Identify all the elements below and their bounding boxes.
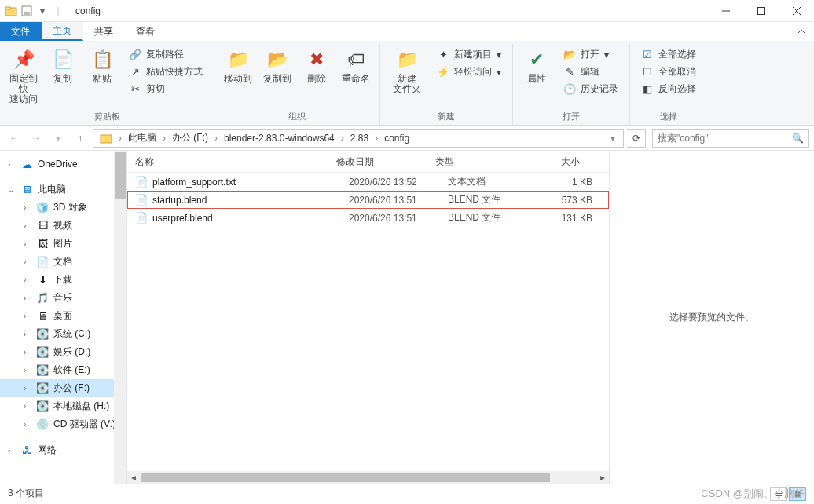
sidebar-item[interactable]: ›💽系统 (C:) <box>0 325 126 343</box>
open-button[interactable]: 📂打开 ▾ <box>560 47 622 62</box>
search-box[interactable]: 🔍 <box>652 129 809 148</box>
scrollbar-thumb[interactable] <box>141 473 550 482</box>
sidebar-item[interactable]: ›💽办公 (F:) <box>0 379 126 397</box>
file-size: 131 KB <box>537 213 592 224</box>
col-date[interactable]: 修改日期 <box>336 155 435 169</box>
close-button[interactable] <box>779 0 814 22</box>
sidebar-item[interactable]: ›🖼图片 <box>0 235 126 253</box>
ribbon: 📌 固定到快 速访问 📄 复制 📋 粘贴 🔗复制路径 ↗粘贴快捷方式 ✂剪切 剪… <box>0 41 814 126</box>
copy-icon: 📄 <box>50 47 75 72</box>
caret-icon: › <box>8 160 16 169</box>
sidebar-item[interactable]: ›💽软件 (E:) <box>0 361 126 379</box>
edit-button[interactable]: ✎编辑 <box>560 64 622 79</box>
scrollbar-thumb[interactable] <box>115 152 126 199</box>
dropdown-icon[interactable]: ▾ <box>36 5 49 17</box>
tab-share[interactable]: 共享 <box>83 22 125 41</box>
sidebar-item-this-pc[interactable]: ⌄ 🖥 此电脑 <box>0 181 126 199</box>
col-size[interactable]: 大小 <box>525 155 580 169</box>
chevron-down-icon[interactable]: ▾ <box>606 133 620 144</box>
properties-button[interactable]: ✔ 属性 <box>518 44 556 87</box>
new-folder-button[interactable]: 📁 新建 文件夹 <box>385 44 429 97</box>
sidebar-item[interactable]: ›💿CD 驱动器 (V:) <box>0 415 126 433</box>
forward-button[interactable]: → <box>27 129 46 148</box>
scrollbar-track[interactable] <box>114 151 126 484</box>
scroll-left-icon[interactable]: ◂ <box>127 471 140 484</box>
chevron-right-icon[interactable]: › <box>338 133 347 144</box>
chevron-right-icon[interactable]: › <box>372 133 381 144</box>
cut-button[interactable]: ✂剪切 <box>126 82 206 97</box>
copy-button[interactable]: 📄 复制 <box>44 44 82 87</box>
select-all-button[interactable]: ☑全部选择 <box>638 47 699 62</box>
save-icon[interactable] <box>20 5 33 17</box>
breadcrumb[interactable]: › 此电脑 › 办公 (F:) › blender-2.83.0-windows… <box>93 129 624 148</box>
sidebar-item-label: 系统 (C:) <box>53 327 90 341</box>
new-item-button[interactable]: ✦新建项目 ▾ <box>434 47 504 62</box>
up-button[interactable]: ↑ <box>71 129 90 148</box>
edit-label: 编辑 <box>581 65 600 79</box>
sidebar-item[interactable]: ›⬇下载 <box>0 271 126 289</box>
breadcrumb-seg[interactable]: 此电脑 <box>125 131 160 144</box>
delete-button[interactable]: ✖ 删除 <box>298 44 336 87</box>
refresh-button[interactable]: ⟳ <box>627 129 646 148</box>
recent-button[interactable]: ▾ <box>49 129 68 148</box>
select-group-label: 选择 <box>660 109 677 125</box>
col-name[interactable]: 名称 <box>135 155 336 169</box>
pin-button[interactable]: 📌 固定到快 速访问 <box>5 44 42 108</box>
sidebar-item[interactable]: ›🎞视频 <box>0 217 126 235</box>
breadcrumb-seg[interactable]: blender-2.83.0-windows64 <box>221 133 338 144</box>
drive-icon: 💽 <box>36 346 49 359</box>
tab-view[interactable]: 查看 <box>125 22 167 41</box>
breadcrumb-seg[interactable]: config <box>381 133 412 144</box>
breadcrumb-seg[interactable]: 办公 (F:) <box>169 131 211 144</box>
sidebar-item[interactable]: ›🖥桌面 <box>0 307 126 325</box>
maximize-button[interactable] <box>743 0 779 22</box>
caret-icon: › <box>8 446 16 455</box>
sidebar-item[interactable]: ›📄文档 <box>0 253 126 271</box>
sidebar-item[interactable]: ›💽娱乐 (D:) <box>0 343 126 361</box>
select-none-button[interactable]: ☐全部取消 <box>638 64 699 79</box>
search-input[interactable] <box>658 133 792 144</box>
chevron-right-icon[interactable]: › <box>116 133 125 144</box>
rename-button[interactable]: 🏷 重命名 <box>337 44 375 87</box>
paste-shortcut-button[interactable]: ↗粘贴快捷方式 <box>126 64 206 79</box>
table-row[interactable]: 📄platform_support.txt2020/6/26 13:52文本文档… <box>127 173 609 191</box>
sidebar-item-network[interactable]: › 🖧 网络 <box>0 441 126 459</box>
sidebar-item[interactable]: ›🎵音乐 <box>0 289 126 307</box>
sidebar-item-label: 视频 <box>53 219 72 232</box>
breadcrumb-seg[interactable]: 2.83 <box>347 133 372 144</box>
col-type[interactable]: 类型 <box>435 155 525 169</box>
back-button[interactable]: ← <box>5 129 24 148</box>
drive-icon: 💽 <box>36 400 49 413</box>
history-button[interactable]: 🕑历史记录 <box>560 82 622 97</box>
tab-file[interactable]: 文件 <box>0 22 42 41</box>
video-icon: 🎞 <box>36 220 49 232</box>
tab-home[interactable]: 主页 <box>42 22 83 41</box>
scroll-right-icon[interactable]: ▸ <box>596 471 609 484</box>
svg-rect-8 <box>101 135 112 143</box>
cloud-icon: ☁ <box>20 158 33 170</box>
status-bar: 3 个项目 ☰ ▦ <box>0 484 814 502</box>
caret-icon: › <box>24 221 31 230</box>
sidebar-item-label: 文档 <box>53 255 72 268</box>
sidebar: › ☁ OneDrive ⌄ 🖥 此电脑 ›🧊3D 对象›🎞视频›🖼图片›📄文档… <box>0 151 127 484</box>
sidebar-item-onedrive[interactable]: › ☁ OneDrive <box>0 155 126 173</box>
sidebar-item[interactable]: ›💽本地磁盘 (H:) <box>0 397 126 415</box>
easy-access-label: 轻松访问 <box>454 65 492 79</box>
copy-path-button[interactable]: 🔗复制路径 <box>126 47 206 62</box>
chevron-right-icon[interactable]: › <box>211 133 221 144</box>
paste-button[interactable]: 📋 粘贴 <box>83 44 121 87</box>
easy-access-button[interactable]: ⚡轻松访问 ▾ <box>434 64 504 79</box>
chevron-right-icon[interactable]: › <box>160 133 169 144</box>
copy-to-button[interactable]: 📂 复制到 <box>258 44 296 87</box>
sidebar-item[interactable]: ›🧊3D 对象 <box>0 199 126 217</box>
horizontal-scrollbar[interactable]: ◂ ▸ <box>127 471 609 484</box>
minimize-button[interactable] <box>708 0 743 22</box>
column-headers[interactable]: 名称 修改日期 类型 大小 <box>127 151 609 173</box>
invert-selection-button[interactable]: ◧反向选择 <box>638 82 699 97</box>
table-row[interactable]: 📄userpref.blend2020/6/26 13:51BLEND 文件13… <box>127 209 609 227</box>
main-area: › ☁ OneDrive ⌄ 🖥 此电脑 ›🧊3D 对象›🎞视频›🖼图片›📄文档… <box>0 151 814 484</box>
move-to-button[interactable]: 📁 移动到 <box>219 44 257 87</box>
collapse-ribbon-button[interactable] <box>789 22 814 41</box>
table-row[interactable]: 📄startup.blend2020/6/26 13:51BLEND 文件573… <box>127 191 609 209</box>
search-icon[interactable]: 🔍 <box>792 133 804 144</box>
